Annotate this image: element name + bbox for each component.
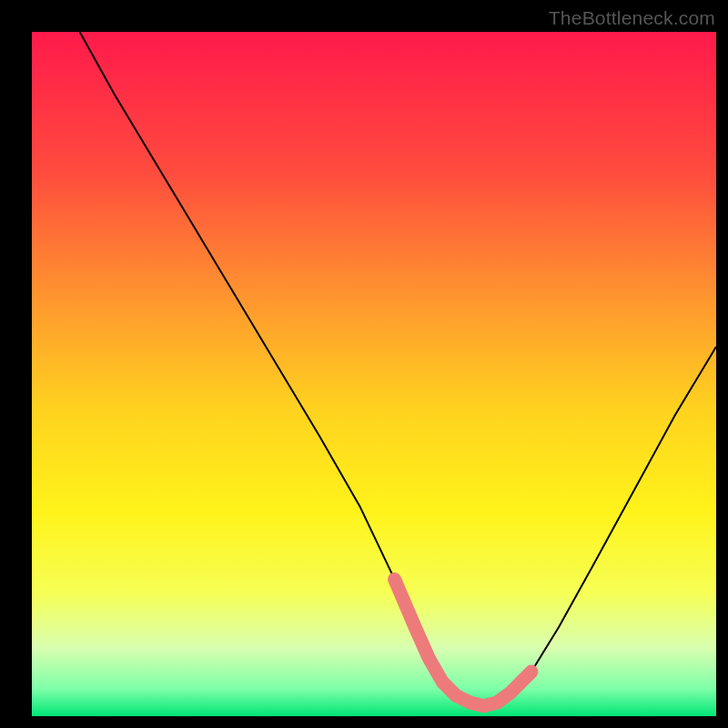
watermark-label: TheBottleneck.com <box>549 7 715 29</box>
plot-background <box>32 32 716 716</box>
chart-svg <box>0 0 728 728</box>
bottleneck-chart: TheBottleneck.com <box>0 0 728 728</box>
